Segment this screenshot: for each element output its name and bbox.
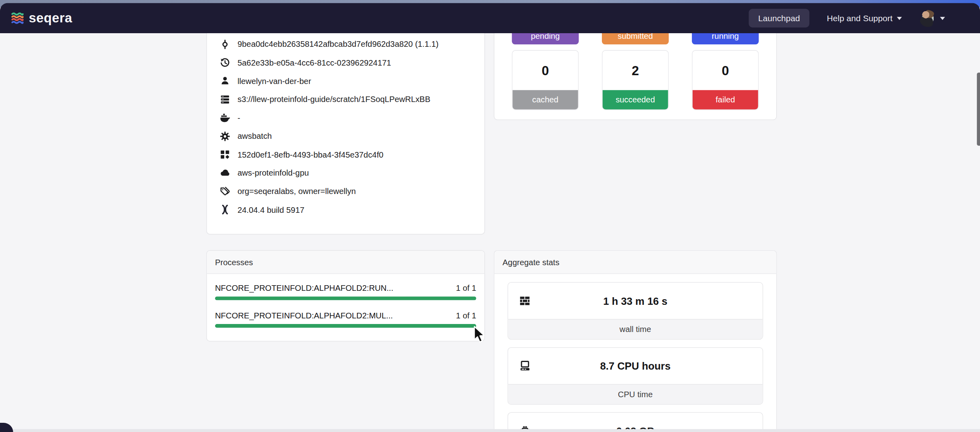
metadata-row-container: - [216, 108, 476, 127]
window-bottom-edge [0, 429, 980, 432]
process-progressbar [215, 324, 476, 328]
metadata-value: 5a62e33b-e05a-4cc6-81cc-023962924171 [237, 58, 391, 67]
docker-icon [220, 113, 230, 123]
processes-body: NFCORE_PROTEINFOLD:ALPHAFOLD2:RUN... 1 o… [207, 274, 484, 328]
navbar-right-group: Launchpad Help and Support [749, 9, 945, 28]
process-name: NFCORE_PROTEINFOLD:ALPHAFOLD2:RUN... [215, 283, 393, 292]
application-window: seqera Launchpad Help and Support 9be [0, 0, 980, 432]
metadata-value: org=seqeralabs, owner=llewellyn [237, 186, 356, 196]
process-row[interactable]: NFCORE_PROTEINFOLD:ALPHAFOLD2:RUN... 1 o… [215, 283, 476, 300]
tags-icon [220, 186, 230, 196]
metadata-value: s3://llew-proteinfold-guide/scratch/1FSo… [237, 95, 430, 104]
stat-box-succeeded: 2 succeeded [602, 50, 669, 110]
metadata-value: llewelyn-van-der-ber [237, 76, 311, 86]
processes-card: Processes NFCORE_PROTEINFOLD:ALPHAFOLD2:… [206, 250, 485, 342]
status-badge-failed: failed [693, 90, 758, 109]
metadata-row-session: 5a62e33b-e05a-4cc6-81cc-023962924171 [216, 54, 476, 72]
aggregate-stats-header: Aggregate stats [494, 251, 776, 274]
metadata-value: 9bea0dc4ebb26358142afbcab3d7efd962d3a820… [237, 40, 438, 49]
process-progressbar [215, 296, 476, 300]
stat-box-failed: 0 failed [692, 50, 759, 110]
status-badge-pending: pending [512, 33, 579, 44]
metadata-row-workdir: s3://llew-proteinfold-guide/scratch/1FSo… [216, 90, 476, 108]
history-icon [220, 58, 230, 68]
mouse-cursor [473, 326, 487, 345]
metadata-row-compute-env-name: aws-proteinfold-gpu [216, 164, 476, 182]
wall-time-label: wall time [508, 319, 762, 339]
run-metadata-card: 9bea0dc4ebb26358142afbcab3d7efd962d3a820… [206, 33, 485, 235]
metadata-value: 152d0ef1-8efb-4493-bba4-3f45e37dc4f0 [237, 150, 383, 159]
stat-box-running: running [692, 33, 759, 44]
processes-title: Processes [215, 257, 253, 266]
metadata-row-executor: awsbatch [216, 127, 476, 145]
aggregate-stats-body: 1 h 33 m 16 s wall time 8.7 [494, 274, 776, 432]
help-and-support-label: Help and Support [827, 14, 892, 23]
user-icon [220, 76, 230, 86]
stat-count: 0 [693, 51, 758, 90]
wall-time-value: 1 h 33 m 16 s [603, 295, 667, 307]
metadata-row-compute-env-id: 152d0ef1-8efb-4493-bba4-3f45e37dc4f0 [216, 145, 476, 164]
top-navbar: seqera Launchpad Help and Support [0, 3, 980, 33]
git-commit-icon [220, 39, 230, 49]
stat-count: 0 [512, 51, 578, 90]
process-row[interactable]: NFCORE_PROTEINFOLD:ALPHAFOLD2:MUL... 1 o… [215, 311, 476, 328]
task-status-card: pending submitted running 0 cached 2 [494, 33, 777, 120]
stat-count: 2 [602, 51, 668, 90]
main-content: 9bea0dc4ebb26358142afbcab3d7efd962d3a820… [0, 33, 980, 432]
stat-box-pending: pending [512, 33, 579, 44]
stat-block-cpu-time: 8.7 CPU hours CPU time [508, 347, 763, 405]
status-row-top: pending submitted running [512, 33, 759, 44]
wall-icon [520, 295, 531, 306]
launchpad-button[interactable]: Launchpad [749, 9, 809, 28]
blocks-icon [220, 150, 230, 160]
stat-box-cached: 0 cached [512, 50, 579, 110]
status-row-bottom: 0 cached 2 succeeded 0 failed [512, 50, 759, 110]
status-badge-submitted: submitted [602, 33, 669, 44]
seqera-logo-icon [11, 11, 24, 25]
metadata-row-labels: org=seqeralabs, owner=llewellyn [216, 182, 476, 200]
status-badge-succeeded: succeeded [602, 90, 668, 109]
processes-header: Processes [207, 251, 484, 274]
process-progress-fill [215, 324, 476, 328]
cpu-time-label: CPU time [508, 384, 762, 404]
aggregate-stats-card: Aggregate stats 1 h 33 m 16 s [494, 250, 777, 432]
process-progress-fill [215, 296, 476, 300]
process-count: 1 of 1 [456, 311, 476, 320]
help-and-support-menu[interactable]: Help and Support [827, 14, 902, 23]
computer-icon [520, 360, 531, 372]
chevron-down-icon [897, 16, 902, 20]
chevron-down-icon [940, 16, 945, 20]
metadata-value: aws-proteinfold-gpu [237, 168, 309, 178]
status-badge-running: running [692, 33, 759, 44]
status-badge-cached: cached [512, 90, 578, 109]
brand-name: seqera [29, 11, 72, 26]
metadata-row-commit: 9bea0dc4ebb26358142afbcab3d7efd962d3a820… [216, 35, 476, 54]
gear-icon [220, 131, 230, 141]
metadata-value: awsbatch [237, 132, 272, 141]
process-name: NFCORE_PROTEINFOLD:ALPHAFOLD2:MUL... [215, 311, 393, 320]
stat-block-wall-time: 1 h 33 m 16 s wall time [508, 282, 763, 340]
nextflow-icon [220, 205, 230, 215]
user-avatar-menu[interactable] [919, 10, 945, 26]
metadata-row-user: llewelyn-van-der-ber [216, 72, 476, 90]
vertical-scrollbar-thumb[interactable] [977, 72, 980, 146]
metadata-value: - [237, 113, 240, 122]
cpu-hours-value: 8.7 CPU hours [600, 360, 670, 372]
server-icon [220, 94, 230, 104]
seqera-logo[interactable]: seqera [11, 11, 72, 26]
aggregate-stats-title: Aggregate stats [502, 257, 559, 266]
metadata-row-nextflow-version: 24.04.4 build 5917 [216, 200, 476, 219]
stat-box-submitted: submitted [602, 33, 669, 44]
metadata-value: 24.04.4 build 5917 [237, 205, 304, 214]
avatar [919, 10, 936, 26]
cloud-icon [220, 168, 230, 178]
process-count: 1 of 1 [456, 283, 476, 292]
